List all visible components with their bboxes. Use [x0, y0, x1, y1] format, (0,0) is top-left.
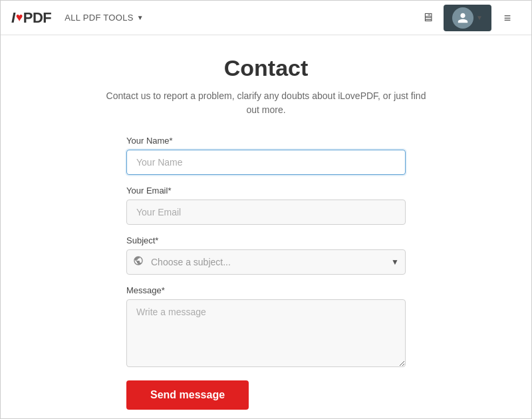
hamburger-icon: ≡ — [504, 12, 511, 24]
browser-frame: I ♥ PDF ALL PDF TOOLS ▼ 🖥 ▼ — [0, 0, 532, 419]
subject-label: Subject* — [126, 235, 406, 245]
monitor-icon: 🖥 — [422, 11, 434, 25]
page-subtitle: Contact us to report a problem, clarify … — [100, 89, 432, 117]
subject-select[interactable]: Choose a subject... Technical support Bi… — [126, 249, 406, 275]
logo-pdf: PDF — [23, 9, 52, 27]
chevron-down-icon: ▼ — [137, 14, 144, 21]
logo-heart-icon: ♥ — [16, 11, 23, 25]
navbar-left: I ♥ PDF ALL PDF TOOLS ▼ — [11, 9, 144, 27]
main-content: Contact Contact us to report a problem, … — [1, 35, 531, 418]
message-textarea[interactable] — [126, 299, 406, 367]
page-title: Contact — [224, 55, 309, 81]
logo: I ♥ PDF — [11, 9, 51, 27]
message-label: Message* — [126, 285, 406, 295]
user-dropdown-icon: ▼ — [476, 14, 483, 21]
all-pdf-tools-menu[interactable]: ALL PDF TOOLS ▼ — [65, 13, 144, 23]
navbar-right: 🖥 ▼ ≡ — [414, 5, 521, 31]
message-field-group: Message* — [126, 285, 406, 367]
email-field-group: Your Email* — [126, 186, 406, 225]
name-input[interactable] — [126, 150, 406, 175]
email-input[interactable] — [126, 200, 406, 225]
name-label: Your Name* — [126, 136, 406, 146]
contact-form: Your Name* Your Email* Subject* — [126, 136, 406, 410]
logo-i: I — [11, 9, 15, 27]
all-pdf-tools-label: ALL PDF TOOLS — [65, 13, 133, 23]
subject-field-group: Subject* Choose a subject... Technical s… — [126, 235, 406, 275]
email-label: Your Email* — [126, 186, 406, 196]
user-account-button[interactable]: ▼ — [444, 5, 491, 31]
name-field-group: Your Name* — [126, 136, 406, 175]
subject-select-wrapper: Choose a subject... Technical support Bi… — [126, 249, 406, 275]
avatar — [452, 7, 473, 29]
send-message-button[interactable]: Send message — [126, 380, 249, 410]
hamburger-menu-button[interactable]: ≡ — [494, 5, 521, 31]
navbar: I ♥ PDF ALL PDF TOOLS ▼ 🖥 ▼ — [1, 1, 531, 35]
monitor-button[interactable]: 🖥 — [414, 5, 441, 31]
